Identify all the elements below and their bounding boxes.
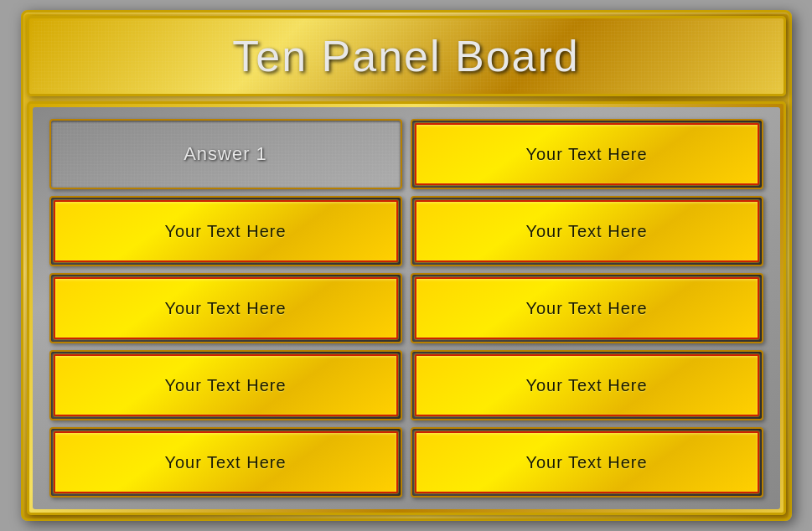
- left-column: Answer 1 Your Text Here Your Text Here Y: [49, 119, 402, 497]
- right-panel-3[interactable]: Your Text Here: [411, 273, 763, 343]
- right-panel-4[interactable]: Your Text Here: [411, 350, 763, 420]
- left-panel-1-text: Your Text Here: [158, 219, 292, 245]
- board-title: Ten Panel Board: [232, 32, 580, 80]
- board-frame: Answer 1 Your Text Here Your Text Here Y: [27, 101, 786, 515]
- answer-panel[interactable]: Answer 1: [49, 119, 402, 189]
- left-panel-4[interactable]: Your Text Here: [49, 427, 402, 497]
- answer-label: Answer 1: [177, 140, 274, 168]
- right-panel-5[interactable]: Your Text Here: [411, 427, 763, 497]
- left-panel-3[interactable]: Your Text Here: [49, 350, 402, 420]
- left-panel-1[interactable]: Your Text Here: [49, 196, 402, 266]
- title-inner: Ten Panel Board: [32, 21, 781, 91]
- right-panel-5-text: Your Text Here: [519, 450, 654, 476]
- right-panel-3-text: Your Text Here: [519, 296, 654, 322]
- right-panel-2[interactable]: Your Text Here: [411, 196, 763, 266]
- right-column: Your Text Here Your Text Here Your Text …: [411, 119, 763, 497]
- left-panel-3-text: Your Text Here: [158, 373, 292, 399]
- right-panel-1-text: Your Text Here: [519, 142, 654, 168]
- right-panel-4-text: Your Text Here: [519, 373, 654, 399]
- right-panel-2-text: Your Text Here: [519, 219, 654, 245]
- board-inner: Answer 1 Your Text Here Your Text Here Y: [33, 107, 780, 509]
- outer-frame: Ten Panel Board Answer 1 Your Text Here: [21, 10, 792, 521]
- left-panel-4-text: Your Text Here: [158, 450, 292, 476]
- left-panel-2-text: Your Text Here: [158, 296, 292, 322]
- title-frame: Ten Panel Board: [27, 16, 786, 96]
- left-panel-2[interactable]: Your Text Here: [49, 273, 402, 343]
- right-panel-1[interactable]: Your Text Here: [411, 119, 763, 189]
